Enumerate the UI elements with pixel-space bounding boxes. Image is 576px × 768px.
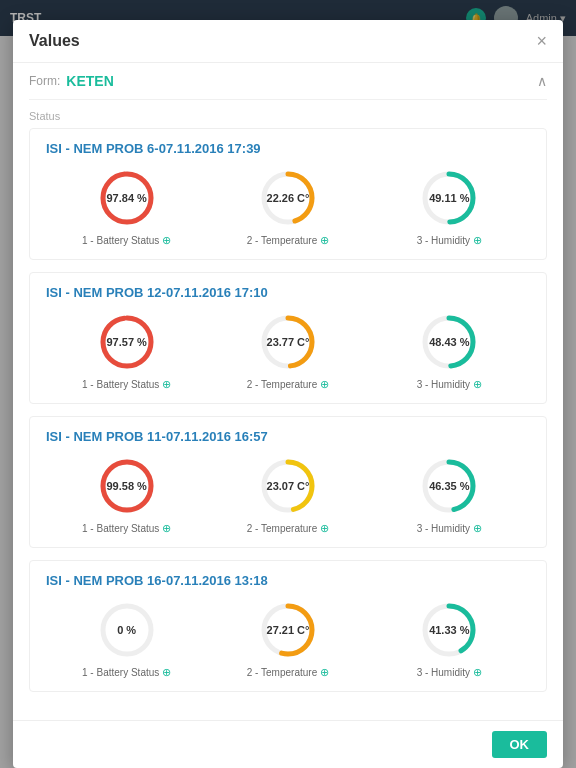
gauge-value-3-1: 99.58 % <box>106 480 146 492</box>
metric-label-text: 2 - Temperature <box>247 379 317 390</box>
gauge-2-1: 97.57 % <box>97 312 157 372</box>
values-modal: Values × Form: KETEN ∧ Status ISI - NEM … <box>13 20 563 768</box>
metric-label-4-3: 3 - Humidity ⊕ <box>417 666 482 679</box>
metric-4-2: 27.21 C°2 - Temperature ⊕ <box>207 600 368 679</box>
metric-label-3-2: 2 - Temperature ⊕ <box>247 522 329 535</box>
card-3-title: ISI - NEM PROB 11-07.11.2016 16:57 <box>46 429 530 444</box>
modal-title: Values <box>29 32 80 50</box>
cards-container: ISI - NEM PROB 6-07.11.2016 17:39 97.84 … <box>29 128 547 692</box>
metric-4-3: 41.33 %3 - Humidity ⊕ <box>369 600 530 679</box>
card-4-metrics: 0 %1 - Battery Status ⊕ 27.21 C°2 - Temp… <box>46 600 530 679</box>
metric-3-3: 46.35 %3 - Humidity ⊕ <box>369 456 530 535</box>
metric-label-1-3: 3 - Humidity ⊕ <box>417 234 482 247</box>
gauge-value-1-3: 49.11 % <box>429 192 469 204</box>
gauge-value-4-1: 0 % <box>117 624 136 636</box>
metric-label-3-1: 1 - Battery Status ⊕ <box>82 522 171 535</box>
metric-label-text: 3 - Humidity <box>417 667 470 678</box>
info-icon[interactable]: ⊕ <box>162 522 171 535</box>
gauge-4-3: 41.33 % <box>419 600 479 660</box>
info-icon[interactable]: ⊕ <box>162 234 171 247</box>
info-icon[interactable]: ⊕ <box>162 378 171 391</box>
chevron-up-icon[interactable]: ∧ <box>537 73 547 89</box>
metric-2-3: 48.43 %3 - Humidity ⊕ <box>369 312 530 391</box>
metric-label-text: 2 - Temperature <box>247 667 317 678</box>
gauge-value-1-2: 22.26 C° <box>267 192 310 204</box>
metric-label-text: 3 - Humidity <box>417 523 470 534</box>
info-icon[interactable]: ⊕ <box>473 234 482 247</box>
gauge-3-1: 99.58 % <box>97 456 157 516</box>
gauge-1-2: 22.26 C° <box>258 168 318 228</box>
gauge-2-2: 23.77 C° <box>258 312 318 372</box>
info-icon[interactable]: ⊕ <box>473 378 482 391</box>
gauge-1-1: 97.84 % <box>97 168 157 228</box>
modal-body: Form: KETEN ∧ Status ISI - NEM PROB 6-07… <box>13 63 563 720</box>
metric-label-text: 1 - Battery Status <box>82 523 159 534</box>
gauge-4-2: 27.21 C° <box>258 600 318 660</box>
metric-label-text: 3 - Humidity <box>417 235 470 246</box>
metric-label-2-2: 2 - Temperature ⊕ <box>247 378 329 391</box>
card-1-metrics: 97.84 %1 - Battery Status ⊕ 22.26 C°2 - … <box>46 168 530 247</box>
metric-label-2-3: 3 - Humidity ⊕ <box>417 378 482 391</box>
section-status-label: Status <box>29 100 547 128</box>
metric-4-1: 0 %1 - Battery Status ⊕ <box>46 600 207 679</box>
metric-label-4-2: 2 - Temperature ⊕ <box>247 666 329 679</box>
gauge-value-1-1: 97.84 % <box>106 192 146 204</box>
metric-label-2-1: 1 - Battery Status ⊕ <box>82 378 171 391</box>
gauge-value-4-3: 41.33 % <box>429 624 469 636</box>
card-2: ISI - NEM PROB 12-07.11.2016 17:10 97.57… <box>29 272 547 404</box>
card-2-metrics: 97.57 %1 - Battery Status ⊕ 23.77 C°2 - … <box>46 312 530 391</box>
info-icon[interactable]: ⊕ <box>473 666 482 679</box>
gauge-4-1: 0 % <box>97 600 157 660</box>
modal-overlay: Values × Form: KETEN ∧ Status ISI - NEM … <box>0 0 576 768</box>
metric-3-1: 99.58 %1 - Battery Status ⊕ <box>46 456 207 535</box>
metric-label-text: 1 - Battery Status <box>82 379 159 390</box>
card-1-title: ISI - NEM PROB 6-07.11.2016 17:39 <box>46 141 530 156</box>
info-icon[interactable]: ⊕ <box>473 522 482 535</box>
card-3: ISI - NEM PROB 11-07.11.2016 16:57 99.58… <box>29 416 547 548</box>
modal-header: Values × <box>13 20 563 63</box>
metric-1-2: 22.26 C°2 - Temperature ⊕ <box>207 168 368 247</box>
form-label: Form: <box>29 74 60 88</box>
metric-label-text: 1 - Battery Status <box>82 667 159 678</box>
gauge-value-2-2: 23.77 C° <box>267 336 310 348</box>
info-icon[interactable]: ⊕ <box>320 378 329 391</box>
metric-label-3-3: 3 - Humidity ⊕ <box>417 522 482 535</box>
form-value: KETEN <box>66 73 113 89</box>
card-4: ISI - NEM PROB 16-07.11.2016 13:18 0 %1 … <box>29 560 547 692</box>
info-icon[interactable]: ⊕ <box>320 666 329 679</box>
gauge-value-2-3: 48.43 % <box>429 336 469 348</box>
gauge-value-3-3: 46.35 % <box>429 480 469 492</box>
info-icon[interactable]: ⊕ <box>320 522 329 535</box>
info-icon[interactable]: ⊕ <box>320 234 329 247</box>
metric-label-1-2: 2 - Temperature ⊕ <box>247 234 329 247</box>
metric-3-2: 23.07 C°2 - Temperature ⊕ <box>207 456 368 535</box>
card-4-title: ISI - NEM PROB 16-07.11.2016 13:18 <box>46 573 530 588</box>
gauge-value-2-1: 97.57 % <box>106 336 146 348</box>
close-button[interactable]: × <box>536 32 547 50</box>
form-row: Form: KETEN ∧ <box>29 63 547 100</box>
metric-label-text: 2 - Temperature <box>247 523 317 534</box>
metric-label-text: 1 - Battery Status <box>82 235 159 246</box>
gauge-3-3: 46.35 % <box>419 456 479 516</box>
metric-1-1: 97.84 %1 - Battery Status ⊕ <box>46 168 207 247</box>
metric-1-3: 49.11 %3 - Humidity ⊕ <box>369 168 530 247</box>
info-icon[interactable]: ⊕ <box>162 666 171 679</box>
metric-label-text: 3 - Humidity <box>417 379 470 390</box>
gauge-2-3: 48.43 % <box>419 312 479 372</box>
card-3-metrics: 99.58 %1 - Battery Status ⊕ 23.07 C°2 - … <box>46 456 530 535</box>
card-2-title: ISI - NEM PROB 12-07.11.2016 17:10 <box>46 285 530 300</box>
modal-footer: OK <box>13 720 563 768</box>
card-1: ISI - NEM PROB 6-07.11.2016 17:39 97.84 … <box>29 128 547 260</box>
gauge-1-3: 49.11 % <box>419 168 479 228</box>
metric-2-1: 97.57 %1 - Battery Status ⊕ <box>46 312 207 391</box>
metric-2-2: 23.77 C°2 - Temperature ⊕ <box>207 312 368 391</box>
metric-label-1-1: 1 - Battery Status ⊕ <box>82 234 171 247</box>
gauge-value-3-2: 23.07 C° <box>267 480 310 492</box>
ok-button[interactable]: OK <box>492 731 548 758</box>
gauge-3-2: 23.07 C° <box>258 456 318 516</box>
metric-label-text: 2 - Temperature <box>247 235 317 246</box>
gauge-value-4-2: 27.21 C° <box>267 624 310 636</box>
metric-label-4-1: 1 - Battery Status ⊕ <box>82 666 171 679</box>
